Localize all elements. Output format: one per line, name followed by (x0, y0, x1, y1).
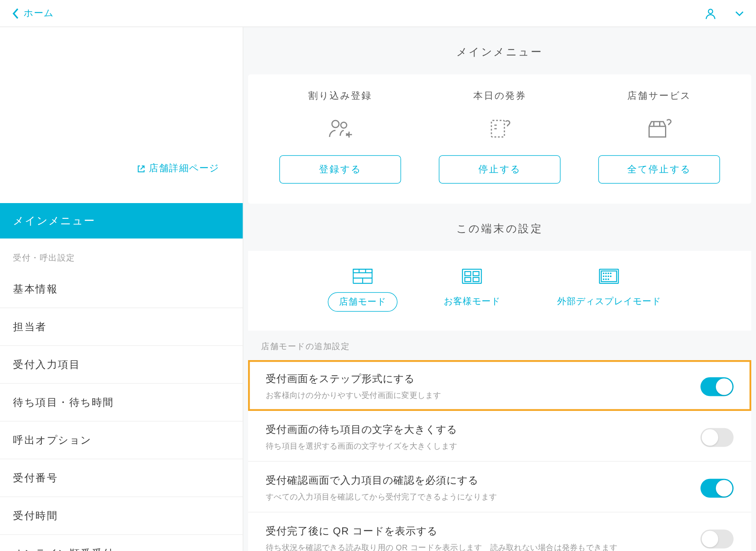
sidebar-item-4[interactable]: 呼出オプション (0, 422, 243, 459)
card-icon (646, 114, 673, 144)
sidebar-item-7[interactable]: オンライン順番受付 (0, 535, 243, 551)
action-card-1: 本日の発券 停止する (429, 90, 571, 184)
setting-row-2: 受付確認画面で入力項目の確認を必須にするすべての入力項目を確認してから受付完了で… (248, 462, 751, 512)
setting-desc: 待ち項目を選択する画面の文字サイズを大きくします (266, 441, 700, 452)
mode-tab-label: 外部ディスプレイモード (547, 292, 672, 311)
store-detail-link[interactable]: 店舗詳細ページ (137, 163, 219, 175)
svg-point-27 (608, 279, 609, 280)
setting-desc: 待ち状況を確認できる読み取り用の QR コードを表示します 読み取れない場合は発… (266, 543, 700, 551)
mode-tab-1[interactable]: お客様モード (433, 269, 511, 312)
toggle-0[interactable] (700, 377, 734, 396)
sidebar-item-0[interactable]: 基本情報 (0, 270, 243, 308)
sidebar-item-2[interactable]: 受付入力項目 (0, 346, 243, 384)
svg-point-26 (606, 279, 606, 280)
setting-title: 受付確認画面で入力項目の確認を必須にする (266, 473, 700, 487)
svg-rect-5 (353, 269, 372, 273)
main-content: メインメニュー 割り込み登録 登録する本日の発券 停止する店舗サービス 全て停止… (243, 27, 756, 551)
card-label: 店舗サービス (627, 90, 691, 102)
mode-icon (353, 269, 373, 284)
svg-rect-12 (473, 272, 479, 276)
back-button[interactable]: ホーム (12, 7, 54, 20)
setting-row-3: 受付完了後に QR コードを表示する待ち状況を確認できる読み取り用の QR コー… (248, 512, 751, 551)
svg-point-18 (606, 273, 606, 274)
card-button-0[interactable]: 登録する (280, 155, 401, 184)
toggle-3[interactable] (700, 529, 734, 548)
svg-rect-3 (491, 120, 504, 137)
device-settings-title: この端末の設定 (243, 204, 756, 251)
main-menu-title: メインメニュー (243, 27, 756, 74)
svg-point-17 (603, 273, 604, 274)
svg-rect-14 (473, 277, 479, 282)
mode-tab-label: 店舗モード (328, 292, 398, 312)
sidebar-item-main-menu[interactable]: メインメニュー (0, 203, 243, 239)
app-header: ホーム (0, 0, 756, 27)
setting-row-1: 受付画面の待ち項目の文字を大きくする待ち項目を選択する画面の文字サイズを大きくし… (248, 411, 751, 462)
svg-point-2 (341, 122, 347, 128)
mode-icon (462, 269, 482, 284)
mode-icon (599, 269, 619, 284)
card-icon (327, 114, 353, 144)
sidebar-item-6[interactable]: 受付時間 (0, 497, 243, 535)
user-icon[interactable] (704, 7, 717, 20)
back-label: ホーム (24, 7, 54, 20)
toggle-1[interactable] (700, 428, 734, 447)
card-icon (488, 114, 511, 144)
store-detail-label: 店舗詳細ページ (149, 163, 219, 175)
setting-title: 受付画面をステップ形式にする (266, 372, 700, 386)
mode-tab-0[interactable]: 店舗モード (328, 269, 398, 312)
svg-point-23 (608, 276, 609, 277)
setting-desc: すべての入力項目を確認してから受付完了できるようになります (266, 492, 700, 503)
svg-rect-11 (465, 272, 471, 276)
mode-tab-2[interactable]: 外部ディスプレイモード (547, 269, 672, 312)
setting-desc: お客様向けの分かりやすい受付画面に変更します (266, 390, 700, 401)
setting-row-0: 受付画面をステップ形式にするお客様向けの分かりやすい受付画面に変更します (248, 360, 751, 411)
chevron-left-icon (12, 7, 19, 19)
svg-point-20 (610, 273, 611, 274)
svg-point-22 (606, 276, 606, 277)
setting-title: 受付完了後に QR コードを表示する (266, 524, 700, 538)
setting-title: 受付画面の待ち項目の文字を大きくする (266, 423, 700, 436)
sidebar-item-3[interactable]: 待ち項目・待ち時間 (0, 384, 243, 422)
external-link-icon (137, 165, 145, 173)
card-label: 本日の発券 (473, 90, 526, 102)
sidebar-section-label: 受付・呼出設定 (0, 239, 243, 270)
svg-point-0 (708, 9, 713, 13)
svg-point-1 (332, 120, 339, 128)
card-label: 割り込み登録 (308, 90, 372, 102)
sidebar-item-1[interactable]: 担当者 (0, 308, 243, 346)
action-card-0: 割り込み登録 登録する (269, 90, 411, 184)
toggle-2[interactable] (700, 479, 734, 497)
card-button-2[interactable]: 全て停止する (598, 155, 720, 184)
card-button-1[interactable]: 停止する (439, 155, 561, 184)
svg-point-21 (603, 276, 604, 277)
svg-point-25 (603, 279, 604, 280)
action-card-2: 店舗サービス 全て停止する (588, 90, 730, 184)
svg-rect-13 (465, 277, 471, 282)
svg-point-24 (610, 276, 611, 277)
sidebar-item-5[interactable]: 受付番号 (0, 459, 243, 497)
svg-point-19 (608, 273, 609, 274)
sidebar: 店舗詳細ページ メインメニュー 受付・呼出設定 基本情報担当者受付入力項目待ち項… (0, 27, 243, 551)
mode-tab-label: お客様モード (433, 292, 511, 311)
chevron-down-icon[interactable] (735, 10, 744, 16)
header-actions (704, 7, 744, 20)
settings-section-label: 店舗モードの追加設定 (243, 331, 756, 360)
